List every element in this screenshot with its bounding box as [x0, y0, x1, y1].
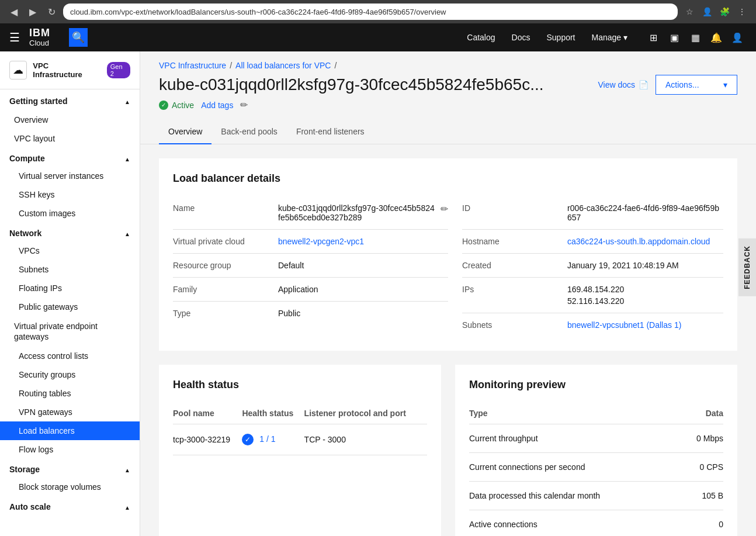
storage-section[interactable]: Storage — [0, 459, 140, 478]
vpc-label: Virtual private cloud — [173, 237, 278, 246]
table-row: Data processed this calendar month 105 B — [469, 482, 723, 510]
load-balancer-details-title: Load balancer details — [173, 172, 723, 185]
subnets-label: Subnets — [462, 320, 567, 330]
resource-group-label: Resource group — [173, 261, 278, 270]
network-section[interactable]: Network — [0, 223, 140, 241]
monitoring-header-row: Type Data — [469, 403, 723, 424]
sidebar-item-load-balancers[interactable]: Load balancers — [0, 421, 140, 440]
compute-chevron — [124, 154, 130, 163]
dashboard-icon[interactable]: ▦ — [686, 28, 705, 47]
sidebar-item-public-gateways[interactable]: Public gateways — [0, 298, 140, 316]
more-icon[interactable]: ⋮ — [735, 5, 749, 19]
tabs: Overview Back-end pools Front-end listen… — [140, 120, 756, 144]
vpc-infrastructure-icon: ☁ — [9, 61, 27, 79]
sidebar-item-custom-images[interactable]: Custom images — [0, 204, 140, 223]
bottom-section: Health status Pool name Health status Li… — [159, 365, 737, 536]
tab-overview[interactable]: Overview — [159, 120, 211, 144]
sidebar-item-vpn-gateways[interactable]: VPN gateways — [0, 403, 140, 421]
flow-logs-label: Flow logs — [19, 445, 53, 454]
notifications-icon[interactable]: 🔔 — [707, 28, 726, 47]
auto-scale-section[interactable]: Auto scale — [0, 496, 140, 515]
monitoring-type-1: Current connections per second — [469, 453, 680, 482]
view-docs-button[interactable]: View docs 📄 — [598, 80, 649, 89]
docs-link[interactable]: Docs — [505, 29, 537, 46]
hostname-link[interactable]: ca36c224-us-south.lb.appdomain.cloud — [567, 237, 710, 246]
family-value: Application — [278, 285, 448, 294]
edit-name-button[interactable]: ✏ — [240, 99, 248, 110]
load-balancer-details-card: Load balancer details Name kube-c031jqqd… — [159, 158, 737, 351]
compute-section[interactable]: Compute — [0, 148, 140, 167]
family-label: Family — [173, 285, 278, 294]
health-status-title: Health status — [173, 379, 427, 391]
sidebar-item-overview[interactable]: Overview — [0, 110, 140, 129]
breadcrumb-all-load-balancers[interactable]: All load balancers for VPC — [235, 61, 331, 70]
infrastructure-icon[interactable]: ⊞ — [644, 28, 663, 47]
sidebar-item-block-storage[interactable]: Block storage volumes — [0, 478, 140, 496]
sidebar-item-acl[interactable]: Access control lists — [0, 347, 140, 365]
sidebar-item-vpeg[interactable]: Virtual private endpoint gateways — [0, 316, 140, 347]
auto-scale-label: Auto scale — [9, 502, 51, 511]
breadcrumb: VPC Infrastructure / All load balancers … — [140, 51, 756, 75]
hamburger-menu[interactable]: ☰ — [9, 30, 20, 44]
tab-back-end-pools[interactable]: Back-end pools — [211, 120, 287, 144]
sidebar-item-virtual-server-instances[interactable]: Virtual server instances — [0, 167, 140, 185]
app-layout: ☁ VPC Infrastructure Gen 2 Getting start… — [0, 51, 756, 536]
detail-grid: Name kube-c031jqqd0rll2ksfg97g-30fcec45b… — [173, 196, 723, 337]
monitoring-col-type: Type — [469, 403, 680, 424]
breadcrumb-vpc-infrastructure[interactable]: VPC Infrastructure — [159, 61, 226, 70]
name-value: kube-c031jqqd0rll2ksfg97g-30fcec45b5824f… — [278, 203, 448, 222]
sidebar-item-flow-logs[interactable]: Flow logs — [0, 440, 140, 459]
catalog-link[interactable]: Catalog — [460, 29, 502, 46]
search-button[interactable]: 🔍 — [69, 28, 88, 47]
sidebar-item-vpcs[interactable]: VPCs — [0, 241, 140, 260]
ssh-keys-label: SSH keys — [19, 190, 54, 199]
health-status-link[interactable]: 1 / 1 — [259, 434, 275, 444]
health-status-table: Pool name Health status Listener protoco… — [173, 403, 427, 455]
back-button[interactable]: ◀ — [7, 5, 21, 19]
detail-row-type: Type Public — [173, 302, 448, 325]
subnet-link[interactable]: bnewell2-vpcsubnet1 (Dallas 1) — [567, 320, 681, 330]
sidebar-item-routing-tables[interactable]: Routing tables — [0, 384, 140, 403]
subnets-label: Subnets — [19, 265, 48, 274]
vpc-link[interactable]: bnewell2-vpcgen2-vpc1 — [278, 237, 364, 246]
add-tags-button[interactable]: Add tags — [201, 101, 233, 110]
edit-name-inline-button[interactable]: ✏ — [441, 203, 448, 215]
monitoring-data-0: 0 Mbps — [680, 424, 723, 453]
profile-icon[interactable]: 👤 — [700, 5, 714, 19]
feedback-button[interactable]: FEEDBACK — [738, 238, 756, 296]
ips-value: 169.48.154.220 52.116.143.220 — [567, 285, 723, 306]
detail-row-ips: IPs 169.48.154.220 52.116.143.220 — [462, 278, 723, 313]
overview-label: Overview — [14, 115, 48, 125]
sidebar-item-subnets[interactable]: Subnets — [0, 260, 140, 279]
detail-row-hostname: Hostname ca36c224-us-south.lb.appdomain.… — [462, 230, 723, 254]
network-label: Network — [9, 229, 41, 238]
ibm-cloud-logo[interactable]: IBM Cloud — [29, 27, 50, 47]
compute-label: Compute — [9, 154, 45, 163]
user-icon[interactable]: 👤 — [728, 28, 747, 47]
monitoring-data-2: 105 B — [680, 482, 723, 510]
refresh-button[interactable]: ↻ — [44, 5, 58, 19]
name-text: kube-c031jqqd0rll2ksfg97g-30fcec45b5824f… — [278, 203, 436, 222]
bookmark-icon[interactable]: ☆ — [682, 5, 696, 19]
page-header: kube-c031jqqd0rll2ksfg97g-30fcec45b5824f… — [140, 75, 756, 120]
extension-icon[interactable]: 🧩 — [717, 5, 731, 19]
manage-link[interactable]: Manage ▾ — [585, 29, 634, 46]
detail-row-vpc: Virtual private cloud bnewell2-vpcgen2-v… — [173, 230, 448, 254]
sidebar-item-vpc-layout[interactable]: VPC layout — [0, 129, 140, 148]
cost-icon[interactable]: ▣ — [665, 28, 684, 47]
sidebar-item-floating-ips[interactable]: Floating IPs — [0, 279, 140, 298]
url-bar[interactable] — [63, 4, 678, 20]
actions-button[interactable]: Actions... ▾ — [656, 75, 737, 95]
table-row: tcp-3000-32219 ✓ 1 / 1 TCP - 3000 — [173, 424, 427, 455]
browser-bar: ◀ ▶ ↻ ☆ 👤 🧩 ⋮ — [0, 0, 756, 23]
tab-front-end-listeners[interactable]: Front-end listeners — [287, 120, 374, 144]
sidebar-item-ssh-keys[interactable]: SSH keys — [0, 185, 140, 204]
breadcrumb-sep-2: / — [334, 61, 337, 70]
getting-started-section[interactable]: Getting started — [0, 89, 140, 110]
resource-group-value: Default — [278, 261, 448, 270]
subnets-value: bnewell2-vpcsubnet1 (Dallas 1) — [567, 320, 723, 330]
auto-scale-chevron — [124, 502, 130, 511]
sidebar-item-security-groups[interactable]: Security groups — [0, 365, 140, 384]
forward-button[interactable]: ▶ — [26, 5, 40, 19]
support-link[interactable]: Support — [539, 29, 582, 46]
